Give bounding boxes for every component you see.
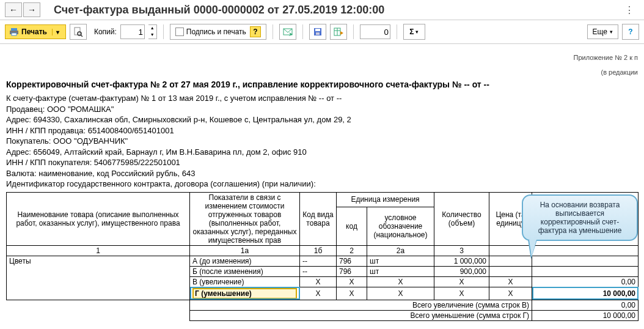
toolbar: Печать ▾ Копий: ▲ ▼ Подпись и печать ? Σ… [0,20,644,44]
callout-bubble: На основании возврата выписывается корре… [522,194,638,241]
help-badge-icon: ? [250,26,261,37]
colnum [532,245,639,256]
table-total-row: Всего увеличение (сумма строк В) 0,00 [7,300,639,310]
help-button[interactable]: ? [622,24,639,40]
separator [273,24,273,39]
chevron-down-icon: ▾ [610,29,613,35]
cell-price [489,256,532,266]
nav-forward-button[interactable]: → [23,2,40,17]
preview-button[interactable] [70,24,87,40]
colnum: 1 [7,245,190,256]
table-colnum-row: 1 1а 1б 2 2а 3 [7,245,639,256]
currency-line: Валюта: наименование, код Российский руб… [6,168,638,179]
page-title: Счет-фактура выданный 0000-0000002 от 27… [54,4,384,17]
callout-text: На основании возврата выписывается корре… [538,201,622,235]
contract-id-line: Идентификатор государственного контракта… [6,179,638,190]
cell-price [489,266,532,276]
cell-cost: 0,00 [532,276,639,287]
print-label: Печать [21,28,47,36]
svg-line-5 [81,35,82,37]
document-ref: К счету-фактуре (счетам-фактурам) № 1 от… [6,93,638,104]
cell-unit: Х [367,287,434,300]
cell-price: Х [489,287,532,300]
spin-up-icon[interactable]: ▲ [148,25,156,32]
sigma-icon: Σ [409,28,414,36]
kebab-icon: ⋮ [624,5,634,15]
print-button[interactable]: Печать ▾ [5,24,66,39]
colnum: 2а [367,245,434,256]
cell-indicator: А (до изменения) [190,256,300,266]
colnum: 1б [300,245,337,256]
cell-qty: Х [434,287,489,300]
separator [353,24,354,39]
cell-price: Х [489,276,532,287]
cell-indicator-highlight: Г (уменьшение) [190,287,300,300]
cell-kind: Х [300,287,337,300]
buyer-inn-line: ИНН / КПП покупателя: 5406775985/2225010… [6,157,638,168]
colnum: 1а [190,245,300,256]
total-increase-label: Всего увеличение (сумма строк В) [190,300,532,310]
zero-input[interactable] [360,24,390,39]
cell-unit: шт [367,256,434,266]
send-button[interactable] [279,24,296,40]
total-decrease-value: 10 000,00 [532,310,639,320]
cell-unit: Х [367,276,434,287]
cell-cost [532,256,639,266]
buyer-address-line: Адрес: 656049, Алтайский край, Барнаул г… [6,147,638,158]
seller-line: Продавец: ООО "РОМАШКА" [6,104,638,115]
appendix-note: Приложение № 2 к п (в редакции [6,46,638,76]
sign-print-button[interactable]: Подпись и печать ? [170,24,266,40]
cell-code: 796 [337,266,367,276]
seller-address-line: Адрес: 694330, Сахалинская обл, Смирныхо… [6,114,638,125]
th-name: Наименование товара (описание выполненны… [7,192,190,245]
cell-kind: -- [300,256,337,266]
chevron-down-icon: ▾ [52,29,59,35]
printer-icon [9,27,19,37]
th-unit-group: Единица измерения [337,192,434,207]
spin-down-icon[interactable]: ▼ [148,32,156,39]
cell-indicator: В (увеличение) [190,276,300,287]
nav-back-button[interactable]: ← [5,2,22,17]
preview-icon [73,27,83,37]
th-kind: Код вида товара [300,192,337,245]
seller-inn-line: ИНН / КПП продавца: 6514008400/651401001 [6,125,638,136]
cell-kind: -- [300,266,337,276]
cell-cost-highlight: 10 000,00 [532,287,639,300]
cell-code: 796 [337,256,367,266]
arrow-right-icon: → [27,5,36,15]
floppy-icon [313,27,323,37]
table-row: Цветы А (до изменения) -- 796 шт 1 000,0… [7,256,639,266]
svg-rect-9 [315,29,320,31]
cell-qty: Х [434,276,489,287]
cell-unit: шт [367,266,434,276]
th-code: код [337,207,367,245]
svg-rect-10 [316,32,320,35]
question-icon: ? [628,28,632,36]
table-export-icon [334,27,343,37]
copies-spinner[interactable]: ▲ ▼ [148,24,157,39]
copies-label: Копий: [94,28,117,36]
save-button[interactable] [309,24,326,40]
svg-rect-0 [11,28,17,31]
kebab-menu-button[interactable]: ⋮ [620,4,639,16]
cell-item-name: Цветы [7,256,190,300]
total-increase-value: 0,00 [532,300,639,310]
cell-code: Х [337,276,367,287]
separator [163,24,164,39]
svg-marker-14 [340,31,343,35]
sum-button[interactable]: Σ ▾ [403,24,425,40]
th-qty: Количество (объем) [434,192,489,245]
more-button[interactable]: Еще ▾ [587,24,618,39]
cell-cost [532,266,639,276]
copies-input[interactable] [120,24,145,39]
envelope-icon [283,27,293,37]
separator [397,24,397,39]
cell-code: Х [337,287,367,300]
colnum [489,245,532,256]
arrow-left-icon: ← [9,5,18,15]
export-button[interactable] [330,24,347,40]
cell-qty: 900,000 [434,266,489,276]
chevron-down-icon: ▾ [415,29,419,35]
buyer-line: Покупатель: ООО "ОДУВАНЧИК" [6,136,638,147]
document-title: Корректировочный счет-фактура № 2 от 27 … [6,79,638,89]
